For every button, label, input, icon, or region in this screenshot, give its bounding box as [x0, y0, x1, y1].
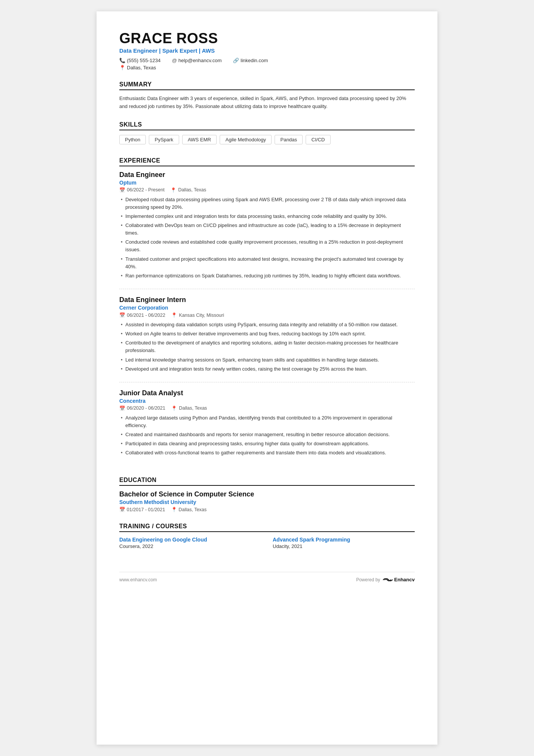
skills-section: SKILLS PythonPySparkAWS EMRAgile Methodo… [119, 121, 415, 147]
experience-title: EXPERIENCE [119, 157, 415, 166]
job-block: Data Engineer InternCerner Corporation📅 … [119, 296, 415, 382]
summary-text: Enthusiastic Data Engineer with 3 years … [119, 95, 415, 111]
location-row: 📍 Dallas, Texas [119, 65, 415, 70]
education-entry: Bachelor of Science in Computer ScienceS… [119, 490, 415, 512]
linkedin-contact: 🔗 linkedin.com [233, 58, 268, 63]
enhancv-brand-icon [383, 577, 393, 583]
job-meta: 📅 06/2021 - 06/2022📍 Kansas City, Missou… [119, 312, 415, 318]
job-block: Data EngineerOptum📅 06/2022 - Present📍 D… [119, 171, 415, 289]
skill-tag: AWS EMR [182, 135, 217, 144]
job-meta: 📅 06/2020 - 06/2021📍 Dallas, Texas [119, 405, 415, 411]
calendar-icon: 📅 [119, 187, 125, 193]
list-item: Developed robust data processing pipelin… [119, 196, 415, 211]
skill-tag: Python [119, 135, 146, 144]
training-container: Data Engineering on Google CloudCoursera… [119, 537, 415, 549]
list-item: Translated customer and project specific… [119, 255, 415, 271]
course-name: Advanced Spark Programming [273, 537, 415, 543]
footer: www.enhancv.com Powered by Enhancv [119, 572, 415, 583]
calendar-icon: 📅 [119, 405, 125, 411]
course-detail: Coursera, 2022 [119, 543, 261, 549]
skill-tag: PySpark [149, 135, 179, 144]
calendar-icon: 📅 [119, 312, 125, 318]
email-contact: @ help@enhancv.com [172, 58, 222, 63]
location-pin-icon: 📍 [119, 65, 125, 70]
job-dates: 📅 06/2022 - Present [119, 187, 164, 193]
list-item: Created and maintained dashboards and re… [119, 431, 415, 438]
list-item: Developed unit and integration tests for… [119, 365, 415, 373]
calendar-icon: 📅 [119, 507, 125, 512]
enhancv-brand-label: Enhancv [394, 577, 415, 582]
experience-section: EXPERIENCE Data EngineerOptum📅 06/2022 -… [119, 157, 415, 466]
summary-title: SUMMARY [119, 81, 415, 90]
skill-tag: Pandas [275, 135, 303, 144]
resume-page: GRACE ROSS Data Engineer | Spark Expert … [97, 11, 437, 745]
powered-by: Powered by Enhancv [356, 577, 415, 583]
skills-row: PythonPySparkAWS EMRAgile MethodologyPan… [119, 135, 415, 147]
course-name: Data Engineering on Google Cloud [119, 537, 261, 543]
job-location: 📍 Dallas, Texas [170, 187, 206, 193]
training-item: Advanced Spark ProgrammingUdacity, 2021 [273, 537, 415, 549]
training-item: Data Engineering on Google CloudCoursera… [119, 537, 261, 549]
location-icon: 📍 [171, 405, 177, 411]
job-block: Junior Data AnalystConcentra📅 06/2020 - … [119, 389, 415, 466]
bullet-list: Developed robust data processing pipelin… [119, 196, 415, 280]
company-name: Optum [119, 180, 415, 186]
degree-title: Bachelor of Science in Computer Science [119, 490, 415, 498]
enhancv-logo: Enhancv [383, 577, 415, 583]
list-item: Analyzed large datasets using Python and… [119, 414, 415, 429]
job-dates: 📅 06/2020 - 06/2021 [119, 405, 165, 411]
training-section: TRAINING / COURSES Data Engineering on G… [119, 523, 415, 549]
job-title: Data Engineer | Spark Expert | AWS [119, 47, 415, 54]
list-item: Collaborated with DevOps team on CI/CD p… [119, 222, 415, 237]
edu-dates: 📅 01/2017 - 01/2021 [119, 507, 165, 512]
job-location: 📍 Kansas City, Missouri [171, 312, 224, 318]
skill-tag: CI/CD [306, 135, 330, 144]
skill-tag: Agile Methodology [220, 135, 272, 144]
location-icon: 📍 [171, 507, 177, 512]
course-detail: Udacity, 2021 [273, 543, 415, 549]
job-location: 📍 Dallas, Texas [171, 405, 207, 411]
school-name: Southern Methodist University [119, 499, 415, 505]
phone-contact: 📞 (555) 555-1234 [119, 58, 161, 63]
phone-number: (555) 555-1234 [127, 58, 161, 63]
list-item: Worked on Agile teams to deliver iterati… [119, 330, 415, 338]
education-section: EDUCATION Bachelor of Science in Compute… [119, 477, 415, 512]
bullet-list: Analyzed large datasets using Python and… [119, 414, 415, 457]
list-item: Assisted in developing data validation s… [119, 321, 415, 329]
job-title-text: Junior Data Analyst [119, 389, 415, 397]
company-name: Concentra [119, 398, 415, 404]
list-item: Participated in data cleaning and prepro… [119, 440, 415, 448]
list-item: Led internal knowledge sharing sessions … [119, 356, 415, 364]
job-meta: 📅 06/2022 - Present📍 Dallas, Texas [119, 187, 415, 193]
footer-website: www.enhancv.com [119, 577, 157, 582]
list-item: Conducted code reviews and established c… [119, 238, 415, 254]
powered-by-label: Powered by [356, 577, 380, 582]
training-title: TRAINING / COURSES [119, 523, 415, 532]
job-dates: 📅 06/2021 - 06/2022 [119, 312, 165, 318]
full-name: GRACE ROSS [119, 30, 415, 47]
edu-meta: 📅 01/2017 - 01/2021📍 Dallas, Texas [119, 507, 415, 512]
job-title-text: Data Engineer Intern [119, 296, 415, 304]
job-title-text: Data Engineer [119, 171, 415, 179]
contact-row: 📞 (555) 555-1234 @ help@enhancv.com 🔗 li… [119, 58, 415, 63]
location-icon: 📍 [171, 312, 177, 318]
summary-section: SUMMARY Enthusiastic Data Engineer with … [119, 81, 415, 111]
education-container: Bachelor of Science in Computer ScienceS… [119, 490, 415, 512]
list-item: Contributed to the development of analyt… [119, 339, 415, 354]
email-address: help@enhancv.com [178, 58, 222, 63]
education-title: EDUCATION [119, 477, 415, 486]
edu-location: 📍 Dallas, Texas [171, 507, 207, 512]
company-name: Cerner Corporation [119, 305, 415, 311]
header: GRACE ROSS Data Engineer | Spark Expert … [119, 30, 415, 70]
location-text: Dallas, Texas [127, 65, 156, 70]
phone-icon: 📞 [119, 58, 125, 63]
location-icon: 📍 [170, 187, 176, 193]
skills-title: SKILLS [119, 121, 415, 130]
bullet-list: Assisted in developing data validation s… [119, 321, 415, 373]
jobs-container: Data EngineerOptum📅 06/2022 - Present📍 D… [119, 171, 415, 466]
email-icon: @ [172, 58, 177, 63]
list-item: Ran performance optimizations on Spark D… [119, 272, 415, 280]
list-item: Implemented complex unit and integration… [119, 213, 415, 220]
linkedin-url: linkedin.com [240, 58, 268, 63]
list-item: Collaborated with cross-functional teams… [119, 449, 415, 457]
